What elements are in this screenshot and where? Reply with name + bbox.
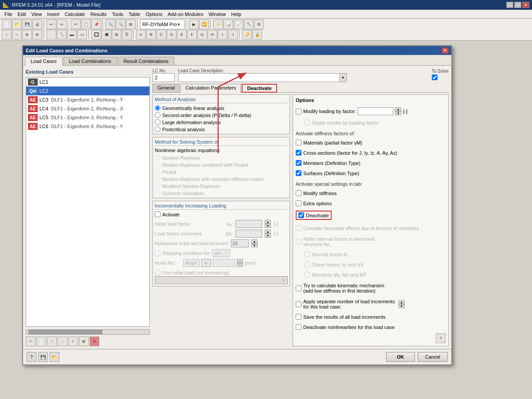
- modify-stiffness-checkbox[interactable]: [296, 190, 301, 196]
- tb2-member[interactable]: ▬: [67, 30, 77, 39]
- radio-modified-newton[interactable]: Modified Newton-Raphson: [155, 183, 288, 189]
- save-results-checkbox[interactable]: [296, 314, 301, 320]
- check-button[interactable]: ✓: [68, 336, 78, 346]
- close-button[interactable]: ✕: [522, 2, 529, 8]
- radio-postcritical[interactable]: Postcritical analysis: [155, 126, 288, 132]
- kinematic-checkbox[interactable]: [296, 286, 301, 291]
- tb-print[interactable]: 🖨: [32, 20, 42, 29]
- tb-zoom-in[interactable]: 🔍: [106, 20, 115, 29]
- list-item[interactable]: Qw LC2: [26, 86, 149, 95]
- menu-results[interactable]: Results: [88, 11, 110, 17]
- normal-forces-checkbox[interactable]: [305, 251, 310, 257]
- deactivate-nonlinear-checkbox[interactable]: [296, 324, 301, 330]
- tb-btn3[interactable]: 📌: [91, 20, 101, 29]
- lc-no-input[interactable]: [153, 73, 175, 82]
- radio-second-order[interactable]: Second-order analysis (P-Delta / P-delta…: [155, 112, 288, 118]
- tb2-btn1[interactable]: ↕: [2, 30, 12, 39]
- lc-desc-input[interactable]: [179, 74, 339, 81]
- tab-result-combinations[interactable]: Result Combinations: [118, 57, 175, 65]
- radio-geometrically-linear[interactable]: Geometrically linear analysis: [155, 105, 288, 111]
- tb2-ex8[interactable]: D: [167, 30, 176, 39]
- tab-load-cases[interactable]: Load Cases: [25, 57, 63, 66]
- radio-large-deformation[interactable]: Large deformation analysis: [155, 119, 288, 125]
- tb2-ex16[interactable]: 🔒: [252, 30, 262, 39]
- tb-extra1[interactable]: ⚡: [213, 20, 223, 29]
- tb2-btn2[interactable]: ↔: [12, 30, 22, 39]
- tb-run2[interactable]: ⏩: [199, 20, 209, 29]
- modify-loading-checkbox[interactable]: [296, 109, 301, 114]
- radio-newton-raphson[interactable]: Newton-Raphson: [155, 155, 288, 160]
- shear-forces-checkbox[interactable]: [305, 262, 310, 267]
- radio-newton-constant[interactable]: Newton-Raphson with constant stiffness m…: [155, 176, 288, 182]
- addon-dropdown[interactable]: RF-DYNAM Pro ▼: [140, 20, 184, 29]
- materials-checkbox[interactable]: [296, 140, 301, 145]
- menu-window[interactable]: Window: [206, 11, 228, 17]
- consider-favorable-checkbox[interactable]: [296, 225, 301, 231]
- moments-checkbox[interactable]: [305, 272, 310, 278]
- tb2-node[interactable]: ·: [47, 30, 56, 39]
- list-item[interactable]: AE LC6 DLF1 - Eigenform 4, Richtung - Y: [26, 122, 149, 131]
- divide-results-checkbox[interactable]: [305, 120, 310, 125]
- list-item[interactable]: AE LC4 DLF1 - Eigenform 2, Richtung - X: [26, 104, 149, 113]
- copy-lc-button[interactable]: 📄: [36, 336, 46, 346]
- menu-tools[interactable]: Tools: [109, 11, 126, 17]
- tb2-ex13[interactable]: I: [218, 30, 227, 39]
- refinement-input[interactable]: [231, 239, 249, 247]
- list-scrollbar[interactable]: [26, 329, 150, 335]
- sub-tab-deactivate[interactable]: Deactivate: [242, 84, 277, 93]
- tb2-ex10[interactable]: F: [187, 30, 197, 39]
- apply-separate-checkbox[interactable]: [296, 301, 301, 307]
- tab-load-combinations[interactable]: Load Combinations: [63, 57, 117, 65]
- sub-tab-general[interactable]: General: [153, 84, 180, 92]
- tb2-ex14[interactable]: J: [228, 30, 238, 39]
- footer-load-button[interactable]: 📂: [50, 352, 59, 362]
- activate-incr-checkbox[interactable]: [155, 211, 160, 217]
- menu-calculate[interactable]: Calculate: [62, 11, 88, 17]
- tb-open[interactable]: 📂: [12, 20, 22, 29]
- radio-picard[interactable]: Picard: [155, 169, 288, 175]
- export-button[interactable]: ⊞: [79, 336, 89, 346]
- tb-extra3[interactable]: 📈: [234, 20, 243, 29]
- tb2-ex9[interactable]: E: [177, 30, 187, 39]
- ok-button[interactable]: OK: [386, 352, 415, 362]
- node-browse-button[interactable]: ⊞: [201, 259, 211, 267]
- tb-run[interactable]: ▶: [189, 20, 199, 29]
- initial-load-input[interactable]: [235, 220, 262, 228]
- tb-extra5[interactable]: ⚙: [254, 20, 264, 29]
- tb2-ex7[interactable]: C: [156, 30, 166, 39]
- tb-extra4[interactable]: 🔧: [244, 20, 254, 29]
- use-initial-checkbox[interactable]: [155, 270, 160, 275]
- surfaces-checkbox[interactable]: [296, 170, 301, 176]
- modify-loading-input[interactable]: [358, 107, 393, 115]
- tb2-ex15[interactable]: 🔑: [242, 30, 252, 39]
- add-lc-button[interactable]: +: [26, 336, 35, 346]
- menu-options[interactable]: Options: [143, 11, 165, 17]
- tb2-line[interactable]: ╲: [57, 30, 66, 39]
- dialog-close-button[interactable]: ✕: [442, 47, 449, 54]
- tb-new[interactable]: 📄: [2, 20, 12, 29]
- node-value-input[interactable]: [213, 259, 235, 267]
- tb2-extra1[interactable]: 🔲: [91, 30, 101, 39]
- stopping-dropdown[interactable]: u ▼: [212, 249, 230, 257]
- tb2-extra4[interactable]: ☰: [122, 30, 132, 39]
- tb-redo[interactable]: ↪: [57, 20, 66, 29]
- delete-lc-button[interactable]: ✕: [90, 336, 99, 346]
- tb-zoom-out[interactable]: 🔍: [116, 20, 125, 29]
- node-dropdown[interactable]: Any ▼: [183, 259, 200, 267]
- tb2-ex12[interactable]: H: [207, 30, 217, 39]
- tb2-ex11[interactable]: G: [197, 30, 207, 39]
- move-up-button[interactable]: ↑: [47, 336, 57, 346]
- refer-forces-checkbox[interactable]: [296, 239, 301, 245]
- menu-addon[interactable]: Add-on Modules: [165, 11, 206, 17]
- list-item[interactable]: AE LC5 DLF1 - Eigenform 3, Richtung - Y: [26, 113, 149, 122]
- tb-btn2[interactable]: 📋: [81, 20, 91, 29]
- menu-insert[interactable]: Insert: [44, 11, 62, 17]
- footer-help-button[interactable]: ?: [27, 352, 36, 362]
- cancel-button[interactable]: Cancel: [418, 352, 448, 362]
- lc-desc-dropdown-arrow[interactable]: ▼: [339, 74, 346, 82]
- tb2-surface[interactable]: ▭: [77, 30, 87, 39]
- load-factor-input[interactable]: [235, 230, 262, 238]
- load-cases-list[interactable]: G LC1 Qw LC2 AE LC3 DLF1 - Eigenform 1, …: [26, 77, 150, 327]
- minimize-button[interactable]: ─: [506, 2, 513, 8]
- footer-save-button[interactable]: 💾: [38, 352, 48, 362]
